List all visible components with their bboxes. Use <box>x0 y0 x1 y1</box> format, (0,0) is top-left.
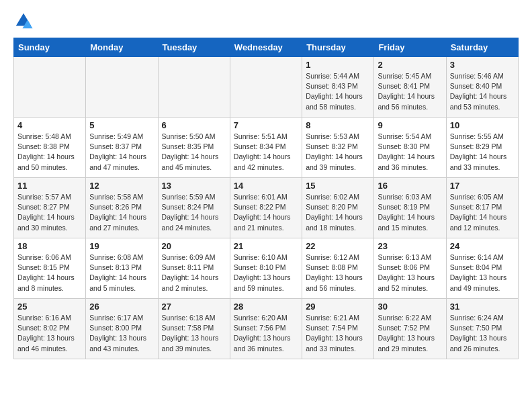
column-header-wednesday: Wednesday <box>230 38 302 57</box>
day-info: Sunrise: 5:49 AM Sunset: 8:37 PM Dayligh… <box>89 132 154 173</box>
calendar-cell: 22Sunrise: 6:12 AM Sunset: 8:08 PM Dayli… <box>302 238 374 299</box>
calendar-cell: 21Sunrise: 6:10 AM Sunset: 8:10 PM Dayli… <box>230 238 302 299</box>
column-header-thursday: Thursday <box>302 38 374 57</box>
day-info: Sunrise: 5:55 AM Sunset: 8:29 PM Dayligh… <box>450 132 515 173</box>
day-number: 8 <box>306 120 370 130</box>
calendar-table: SundayMondayTuesdayWednesdayThursdayFrid… <box>13 38 519 359</box>
calendar-cell: 24Sunrise: 6:14 AM Sunset: 8:04 PM Dayli… <box>446 238 518 299</box>
calendar-cell <box>158 57 230 118</box>
calendar-cell: 26Sunrise: 6:17 AM Sunset: 8:00 PM Dayli… <box>86 299 158 359</box>
day-number: 10 <box>450 120 515 130</box>
day-number: 27 <box>162 302 226 312</box>
day-info: Sunrise: 6:03 AM Sunset: 8:19 PM Dayligh… <box>378 192 442 233</box>
day-info: Sunrise: 5:59 AM Sunset: 8:24 PM Dayligh… <box>162 192 226 233</box>
calendar-cell <box>86 57 158 118</box>
day-number: 12 <box>89 181 154 191</box>
day-number: 19 <box>89 241 154 251</box>
calendar-cell: 28Sunrise: 6:20 AM Sunset: 7:56 PM Dayli… <box>230 299 302 359</box>
day-info: Sunrise: 6:22 AM Sunset: 7:52 PM Dayligh… <box>378 313 442 354</box>
day-number: 6 <box>162 120 226 130</box>
calendar-cell: 9Sunrise: 5:54 AM Sunset: 8:30 PM Daylig… <box>374 118 446 178</box>
column-header-friday: Friday <box>374 38 446 57</box>
page-header <box>13 11 519 31</box>
day-number: 14 <box>234 181 298 191</box>
calendar-cell <box>14 57 86 118</box>
day-number: 26 <box>89 302 154 312</box>
day-number: 1 <box>306 60 370 70</box>
calendar-cell: 8Sunrise: 5:53 AM Sunset: 8:32 PM Daylig… <box>302 118 374 178</box>
day-number: 9 <box>378 120 442 130</box>
day-info: Sunrise: 5:57 AM Sunset: 8:27 PM Dayligh… <box>17 192 82 233</box>
column-header-sunday: Sunday <box>14 38 86 57</box>
day-number: 13 <box>162 181 226 191</box>
calendar-cell: 7Sunrise: 5:51 AM Sunset: 8:34 PM Daylig… <box>230 118 302 178</box>
day-info: Sunrise: 6:20 AM Sunset: 7:56 PM Dayligh… <box>234 313 298 354</box>
calendar-cell: 5Sunrise: 5:49 AM Sunset: 8:37 PM Daylig… <box>86 118 158 178</box>
day-info: Sunrise: 6:02 AM Sunset: 8:20 PM Dayligh… <box>306 192 370 233</box>
calendar-cell: 30Sunrise: 6:22 AM Sunset: 7:52 PM Dayli… <box>374 299 446 359</box>
calendar-week-row: 4Sunrise: 5:48 AM Sunset: 8:38 PM Daylig… <box>14 118 519 178</box>
calendar-cell: 27Sunrise: 6:18 AM Sunset: 7:58 PM Dayli… <box>158 299 230 359</box>
day-info: Sunrise: 5:48 AM Sunset: 8:38 PM Dayligh… <box>17 132 82 173</box>
day-number: 18 <box>17 241 82 251</box>
calendar-cell: 18Sunrise: 6:06 AM Sunset: 8:15 PM Dayli… <box>14 238 86 299</box>
calendar-cell: 2Sunrise: 5:45 AM Sunset: 8:41 PM Daylig… <box>374 57 446 118</box>
day-info: Sunrise: 5:58 AM Sunset: 8:26 PM Dayligh… <box>89 192 154 233</box>
day-info: Sunrise: 6:06 AM Sunset: 8:15 PM Dayligh… <box>17 253 82 293</box>
column-header-saturday: Saturday <box>446 38 518 57</box>
calendar-header-row: SundayMondayTuesdayWednesdayThursdayFrid… <box>14 38 519 57</box>
logo-icon <box>13 11 34 31</box>
column-header-tuesday: Tuesday <box>158 38 230 57</box>
day-info: Sunrise: 6:14 AM Sunset: 8:04 PM Dayligh… <box>450 253 515 293</box>
day-number: 25 <box>17 302 82 312</box>
day-number: 23 <box>378 241 442 251</box>
day-number: 3 <box>450 60 515 70</box>
day-info: Sunrise: 5:44 AM Sunset: 8:43 PM Dayligh… <box>306 71 370 112</box>
day-number: 24 <box>450 241 515 251</box>
day-info: Sunrise: 6:24 AM Sunset: 7:50 PM Dayligh… <box>450 313 515 354</box>
day-info: Sunrise: 6:21 AM Sunset: 7:54 PM Dayligh… <box>306 313 370 354</box>
day-info: Sunrise: 5:53 AM Sunset: 8:32 PM Dayligh… <box>306 132 370 173</box>
day-number: 16 <box>378 181 442 191</box>
logo <box>13 11 36 31</box>
day-info: Sunrise: 6:16 AM Sunset: 8:02 PM Dayligh… <box>17 313 82 354</box>
calendar-cell: 19Sunrise: 6:08 AM Sunset: 8:13 PM Dayli… <box>86 238 158 299</box>
day-number: 22 <box>306 241 370 251</box>
calendar-week-row: 18Sunrise: 6:06 AM Sunset: 8:15 PM Dayli… <box>14 238 519 299</box>
calendar-cell: 12Sunrise: 5:58 AM Sunset: 8:26 PM Dayli… <box>86 178 158 238</box>
day-number: 7 <box>234 120 298 130</box>
day-info: Sunrise: 6:10 AM Sunset: 8:10 PM Dayligh… <box>234 253 298 293</box>
day-info: Sunrise: 5:51 AM Sunset: 8:34 PM Dayligh… <box>234 132 298 173</box>
calendar-cell: 4Sunrise: 5:48 AM Sunset: 8:38 PM Daylig… <box>14 118 86 178</box>
day-number: 4 <box>17 120 82 130</box>
day-info: Sunrise: 5:50 AM Sunset: 8:35 PM Dayligh… <box>162 132 226 173</box>
calendar-cell: 14Sunrise: 6:01 AM Sunset: 8:22 PM Dayli… <box>230 178 302 238</box>
day-number: 31 <box>450 302 515 312</box>
calendar-cell: 17Sunrise: 6:05 AM Sunset: 8:17 PM Dayli… <box>446 178 518 238</box>
day-info: Sunrise: 6:12 AM Sunset: 8:08 PM Dayligh… <box>306 253 370 293</box>
day-info: Sunrise: 6:09 AM Sunset: 8:11 PM Dayligh… <box>162 253 226 293</box>
day-info: Sunrise: 5:46 AM Sunset: 8:40 PM Dayligh… <box>450 71 515 112</box>
day-info: Sunrise: 5:45 AM Sunset: 8:41 PM Dayligh… <box>378 71 442 112</box>
calendar-cell: 13Sunrise: 5:59 AM Sunset: 8:24 PM Dayli… <box>158 178 230 238</box>
calendar-cell: 15Sunrise: 6:02 AM Sunset: 8:20 PM Dayli… <box>302 178 374 238</box>
calendar-cell: 11Sunrise: 5:57 AM Sunset: 8:27 PM Dayli… <box>14 178 86 238</box>
calendar-cell: 25Sunrise: 6:16 AM Sunset: 8:02 PM Dayli… <box>14 299 86 359</box>
day-number: 2 <box>378 60 442 70</box>
day-number: 21 <box>234 241 298 251</box>
calendar-cell: 29Sunrise: 6:21 AM Sunset: 7:54 PM Dayli… <box>302 299 374 359</box>
calendar-week-row: 1Sunrise: 5:44 AM Sunset: 8:43 PM Daylig… <box>14 57 519 118</box>
day-info: Sunrise: 5:54 AM Sunset: 8:30 PM Dayligh… <box>378 132 442 173</box>
calendar-cell: 16Sunrise: 6:03 AM Sunset: 8:19 PM Dayli… <box>374 178 446 238</box>
day-number: 20 <box>162 241 226 251</box>
calendar-cell: 3Sunrise: 5:46 AM Sunset: 8:40 PM Daylig… <box>446 57 518 118</box>
day-number: 28 <box>234 302 298 312</box>
day-info: Sunrise: 6:01 AM Sunset: 8:22 PM Dayligh… <box>234 192 298 233</box>
calendar-cell: 1Sunrise: 5:44 AM Sunset: 8:43 PM Daylig… <box>302 57 374 118</box>
calendar-cell: 23Sunrise: 6:13 AM Sunset: 8:06 PM Dayli… <box>374 238 446 299</box>
calendar-week-row: 25Sunrise: 6:16 AM Sunset: 8:02 PM Dayli… <box>14 299 519 359</box>
day-info: Sunrise: 6:05 AM Sunset: 8:17 PM Dayligh… <box>450 192 515 233</box>
calendar-cell: 6Sunrise: 5:50 AM Sunset: 8:35 PM Daylig… <box>158 118 230 178</box>
day-number: 5 <box>89 120 154 130</box>
column-header-monday: Monday <box>86 38 158 57</box>
